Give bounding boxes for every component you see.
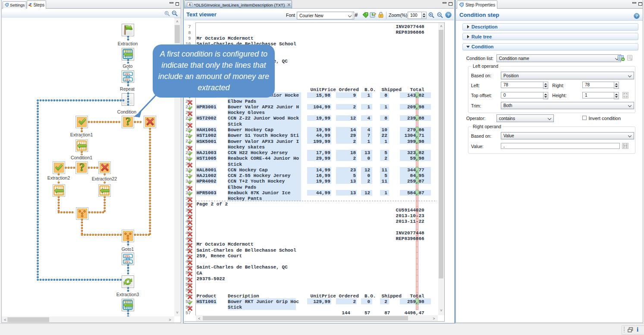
svg-text:?: ? [635,14,638,18]
svg-text:?: ? [447,13,450,17]
